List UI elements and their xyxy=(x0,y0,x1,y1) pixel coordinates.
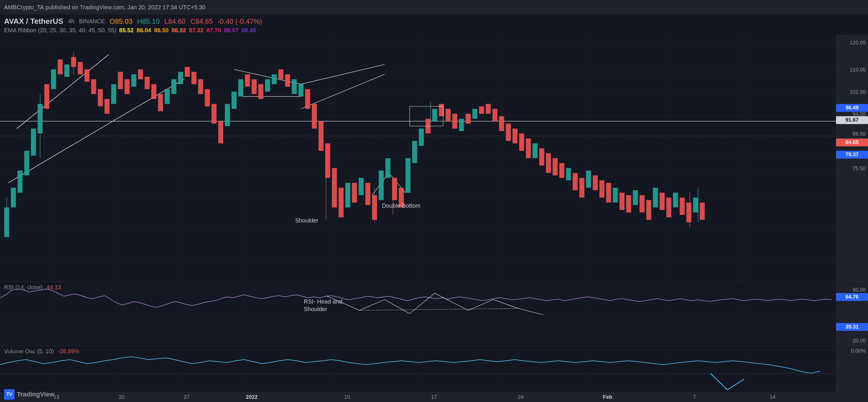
svg-rect-122 xyxy=(619,193,624,210)
time-2022: 2022 xyxy=(246,394,258,400)
svg-rect-81 xyxy=(345,183,350,207)
rsi-label-20: 20.00 xyxy=(836,338,868,344)
ema-val-6: 87.70 xyxy=(207,27,221,34)
svg-rect-42 xyxy=(84,69,89,81)
svg-rect-114 xyxy=(566,168,571,180)
svg-rect-111 xyxy=(546,154,551,173)
chart-container: AMBCrypto_TA published on TradingView.co… xyxy=(0,0,868,402)
svg-line-185 xyxy=(727,379,744,390)
svg-rect-66 xyxy=(245,74,250,87)
svg-rect-116 xyxy=(579,178,584,198)
svg-rect-84 xyxy=(365,183,370,205)
svg-rect-123 xyxy=(626,195,631,212)
svg-line-26 xyxy=(301,65,385,84)
svg-rect-33 xyxy=(24,151,29,175)
low-label: L84.60 xyxy=(164,18,186,26)
rsi-label-80: 80.00 xyxy=(836,287,868,293)
svg-rect-73 xyxy=(292,79,297,94)
price-102: 102.00 xyxy=(836,89,868,95)
svg-line-163 xyxy=(385,299,410,313)
header-info: AVAX / TetherUS 4h BINANCE O85.03 H85.10… xyxy=(0,14,868,35)
svg-rect-120 xyxy=(606,183,611,202)
svg-rect-92 xyxy=(419,129,424,146)
svg-rect-104 xyxy=(499,116,504,131)
open-label: O85.03 xyxy=(110,18,133,26)
volume-scale: 0.00% xyxy=(836,346,868,392)
svg-rect-119 xyxy=(599,180,604,198)
svg-rect-101 xyxy=(479,106,484,113)
ema-val-3: 86.50 xyxy=(154,27,169,34)
svg-rect-118 xyxy=(593,175,597,190)
rsi-annotation: RSI- Head andShoulder xyxy=(304,298,342,313)
svg-rect-76 xyxy=(312,104,317,129)
svg-rect-90 xyxy=(405,158,410,193)
svg-rect-48 xyxy=(124,79,129,94)
ema-val-7: 88.07 xyxy=(224,27,239,34)
svg-rect-60 xyxy=(205,89,210,106)
svg-rect-36 xyxy=(44,84,49,109)
time-17: 17 xyxy=(431,394,437,400)
svg-rect-74 xyxy=(298,84,303,96)
svg-rect-98 xyxy=(459,119,464,131)
svg-rect-132 xyxy=(686,202,691,222)
svg-rect-97 xyxy=(452,114,457,129)
price-badge-9649: 96.49 xyxy=(836,104,868,112)
svg-rect-125 xyxy=(640,195,644,212)
price-7550: 75.50 xyxy=(836,166,868,172)
charts-area: 120.00 110.00 102.00 96.49 94.00 91.67 8… xyxy=(0,35,868,402)
svg-rect-82 xyxy=(352,183,357,202)
svg-line-27 xyxy=(301,74,385,109)
svg-rect-109 xyxy=(532,143,537,158)
svg-line-169 xyxy=(519,308,544,315)
svg-line-167 xyxy=(493,299,518,308)
svg-rect-121 xyxy=(613,188,618,202)
svg-rect-69 xyxy=(265,79,270,92)
svg-rect-128 xyxy=(659,193,664,210)
svg-rect-63 xyxy=(225,104,230,126)
svg-rect-34 xyxy=(31,129,36,156)
exchange-label: BINANCE xyxy=(79,18,105,25)
svg-rect-37 xyxy=(51,69,56,89)
ema-val-1: 85.52 xyxy=(119,27,134,34)
price-scale: 120.00 110.00 102.00 96.49 94.00 91.67 8… xyxy=(836,35,868,281)
main-chart-svg xyxy=(0,35,836,281)
high-label: H85.10 xyxy=(137,18,160,26)
tradingview-logo: TV TradingView xyxy=(4,389,54,400)
svg-rect-87 xyxy=(385,158,390,178)
svg-rect-91 xyxy=(412,141,417,163)
svg-rect-117 xyxy=(586,170,591,188)
svg-rect-79 xyxy=(332,168,337,207)
vol-label-zero: 0.00% xyxy=(836,348,868,354)
svg-rect-41 xyxy=(78,62,83,74)
time-10: 10 xyxy=(344,394,350,400)
volume-osc-svg xyxy=(0,346,836,392)
price-110: 110.00 xyxy=(836,67,868,73)
rsi-badge-3931: 39.31 xyxy=(836,323,868,331)
svg-rect-94 xyxy=(432,109,437,121)
svg-rect-129 xyxy=(666,198,671,217)
time-20: 20 xyxy=(119,394,124,400)
svg-rect-38 xyxy=(58,60,63,74)
svg-line-165 xyxy=(435,293,468,310)
svg-rect-64 xyxy=(231,92,237,109)
price-badge-7937: 79.37 xyxy=(836,151,868,159)
svg-rect-106 xyxy=(513,129,517,143)
tv-icon: TV xyxy=(4,389,14,400)
svg-rect-103 xyxy=(492,109,497,121)
svg-rect-107 xyxy=(519,134,524,151)
svg-rect-134 xyxy=(700,202,705,220)
svg-line-184 xyxy=(711,373,727,390)
ema-val-4: 86.92 xyxy=(172,27,186,34)
price-8650: 86.50 xyxy=(836,131,868,137)
svg-rect-72 xyxy=(285,74,290,87)
price-badge-8465: 84.65 xyxy=(836,139,868,146)
svg-rect-53 xyxy=(158,94,163,111)
time-27: 27 xyxy=(184,394,190,400)
svg-rect-133 xyxy=(693,198,698,212)
time-24: 24 xyxy=(518,394,524,400)
change-value: -0.40 (-0.47%) xyxy=(218,18,262,26)
close-label: C84.65 xyxy=(190,18,213,26)
price-badge-9167: 91.67 xyxy=(836,116,868,124)
svg-rect-32 xyxy=(18,170,22,193)
svg-rect-55 xyxy=(171,79,176,94)
